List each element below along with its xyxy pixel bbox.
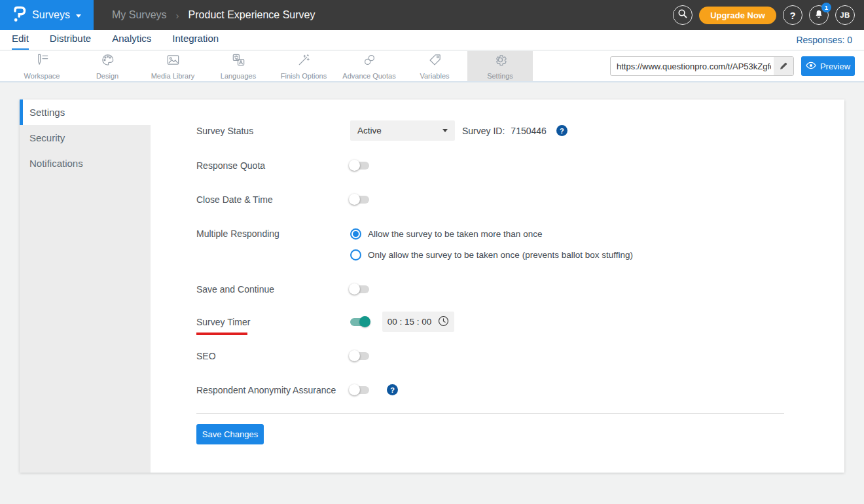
toolbar-item-design[interactable]: Design (75, 51, 140, 81)
survey-id-value: 7150446 (511, 126, 547, 136)
section-nav: Edit Distribute Analytics Integration Re… (0, 30, 864, 50)
multiple-responding-row: Multiple Responding Allow the survey to … (196, 223, 633, 265)
clock-icon (438, 315, 449, 329)
save-continue-row: Save and Continue (196, 279, 369, 299)
response-quota-row: Response Quota (196, 155, 369, 175)
palette-icon (100, 52, 115, 70)
toolbar-item-languages[interactable]: Languages (206, 51, 271, 81)
image-icon (166, 52, 181, 70)
edit-url-button[interactable] (774, 57, 793, 75)
seo-toggle[interactable] (350, 352, 369, 360)
multiple-responding-options: Allow the survey to be taken more than o… (350, 223, 633, 265)
tab-integration[interactable]: Integration (172, 33, 219, 50)
anonymity-label: Respondent Anonymity Assurance (196, 385, 350, 395)
survey-timer-row: Survey Timer 00 : 15 : 00 (196, 312, 454, 332)
anonymity-toggle[interactable] (350, 386, 369, 394)
breadcrumb-my-surveys[interactable]: My Surveys (112, 9, 167, 21)
eye-icon (806, 62, 816, 71)
translate-icon (231, 52, 246, 70)
toolbar-item-variables[interactable]: Variables (402, 51, 467, 81)
sidebar-item-notifications[interactable]: Notifications (20, 151, 151, 176)
survey-url-field (610, 56, 794, 76)
search-button[interactable] (673, 5, 693, 25)
survey-status-row: Survey Status Active Survey ID: 7150446 … (196, 120, 567, 141)
save-changes-button[interactable]: Save Changes (196, 424, 264, 444)
save-continue-toggle[interactable] (350, 285, 369, 293)
questionpro-logo-icon (12, 5, 26, 25)
toolbar-item-workspace[interactable]: Workspace (9, 51, 75, 81)
responses-count[interactable]: Responses: 0 (796, 35, 852, 50)
avatar-initials: JB (840, 11, 850, 19)
notification-badge: 1 (821, 3, 831, 12)
survey-timer-toggle[interactable] (350, 318, 369, 326)
avatar[interactable]: JB (835, 5, 855, 25)
survey-id-label: Survey ID: (462, 126, 505, 136)
seo-row: SEO (196, 346, 369, 366)
breadcrumb-survey-title: Product Experience Survey (189, 9, 315, 21)
save-continue-label: Save and Continue (196, 284, 350, 295)
survey-timer-highlight-underline (196, 333, 247, 335)
magic-wand-icon (297, 52, 312, 70)
chevron-down-icon (442, 129, 448, 132)
response-quota-toggle[interactable] (350, 162, 369, 170)
survey-status-value: Active (357, 126, 382, 135)
multiple-responding-label: Multiple Responding (196, 223, 350, 244)
edit-toolbar: Workspace Design Media Library (0, 51, 864, 81)
close-date-label: Close Date & Time (196, 194, 350, 205)
sidebar-item-security[interactable]: Security (20, 125, 151, 151)
survey-timer-value: 00 : 15 : 00 (387, 317, 432, 327)
pencil-icon (779, 62, 788, 71)
search-icon (677, 9, 688, 22)
anonymity-row: Respondent Anonymity Assurance ? (196, 380, 398, 400)
tab-edit[interactable]: Edit (12, 33, 29, 50)
close-date-row: Close Date & Time (196, 189, 369, 209)
breadcrumb: My Surveys › Product Experience Survey (112, 9, 315, 21)
toolbar-item-advance-quotas[interactable]: Advance Quotas (336, 51, 402, 81)
notifications-button[interactable]: 1 (809, 5, 829, 25)
gear-icon (493, 52, 508, 70)
tab-analytics[interactable]: Analytics (112, 33, 151, 50)
survey-status-select[interactable]: Active (350, 120, 455, 141)
chain-link-icon (362, 52, 377, 70)
seo-label: SEO (196, 351, 350, 361)
option-multiple-allowed[interactable]: Allow the survey to be taken more than o… (350, 223, 633, 244)
anonymity-help-icon[interactable]: ? (387, 384, 398, 395)
settings-card: Settings Security Notifications Survey S… (20, 99, 844, 473)
breadcrumb-separator: › (176, 10, 179, 21)
product-switcher[interactable]: Surveys (0, 0, 94, 30)
survey-status-label: Survey Status (196, 126, 350, 136)
question-mark-icon: ? (789, 10, 795, 21)
toolbar-item-settings[interactable]: Settings (467, 51, 533, 81)
close-date-toggle[interactable] (350, 196, 369, 204)
survey-url-input[interactable] (611, 62, 774, 71)
tag-icon (427, 52, 442, 70)
toolbar-divider (0, 81, 864, 82)
toolbar-item-media-library[interactable]: Media Library (140, 51, 206, 81)
upgrade-now-button[interactable]: Upgrade Now (699, 7, 776, 24)
survey-timer-label: Survey Timer (196, 317, 350, 327)
tab-distribute[interactable]: Distribute (50, 33, 91, 50)
sidebar-item-settings[interactable]: Settings (20, 99, 151, 125)
settings-side-nav: Settings Security Notifications (20, 99, 151, 473)
preview-button[interactable]: Preview (801, 56, 855, 76)
radio-unselected-icon[interactable] (350, 249, 361, 261)
survey-timer-input[interactable]: 00 : 15 : 00 (382, 312, 454, 332)
header-actions: Upgrade Now ? 1 JB (673, 5, 855, 25)
radio-selected-icon[interactable] (350, 228, 361, 240)
survey-id-help-icon[interactable]: ? (556, 125, 567, 136)
help-button[interactable]: ? (783, 5, 802, 25)
toolbar-item-finish-options[interactable]: Finish Options (271, 51, 336, 81)
content-divider (196, 413, 784, 414)
workspace-icon (35, 52, 50, 70)
top-header: Surveys My Surveys › Product Experience … (0, 0, 864, 30)
response-quota-label: Response Quota (196, 160, 350, 171)
app-name: Surveys (32, 9, 70, 21)
option-once-only[interactable]: Only allow the survey to be taken once (… (350, 244, 633, 265)
chevron-down-icon (76, 14, 81, 18)
